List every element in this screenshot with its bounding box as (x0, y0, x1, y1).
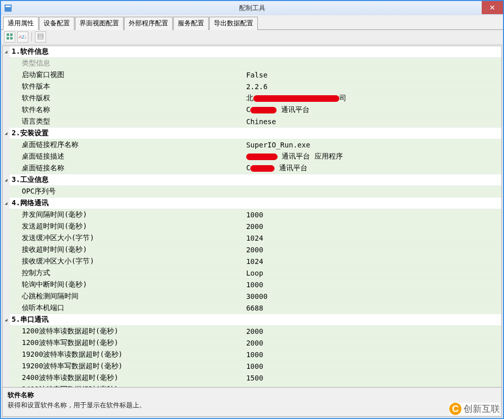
property-row[interactable]: 2400波特率写数据超时(毫秒)1500 (3, 384, 501, 388)
collapse-icon[interactable]: ◢ (3, 314, 10, 326)
collapse-icon[interactable]: ◢ (3, 128, 10, 139)
property-value[interactable]: 北司 (244, 93, 501, 104)
svg-rect-4 (7, 37, 9, 40)
property-value[interactable]: 2000 (244, 337, 501, 349)
property-key: 心跳检测间隔时间 (10, 291, 244, 302)
category-title: 2.安装设置 (10, 128, 501, 139)
property-value[interactable]: 1000 (244, 209, 501, 221)
property-row[interactable]: 发送缓冲区大小(字节)1024 (3, 233, 501, 244)
property-value[interactable]: SuperIO_Run.exe (244, 139, 501, 151)
property-row[interactable]: 桌面链接名称C 通讯平台 (3, 163, 501, 174)
svg-rect-6 (38, 34, 43, 39)
property-value[interactable]: 1000 (244, 349, 501, 361)
category-header[interactable]: ◢1.软件信息 (3, 46, 501, 58)
property-grid-container: ◢1.软件信息类型信息启动窗口视图False软件版本2.2.6软件版权北司软件名… (2, 46, 502, 417)
property-row[interactable]: 桌面链接描述 通讯平台 应用程序 (3, 151, 501, 163)
property-value[interactable]: 2.2.6 (244, 81, 501, 93)
tab-view[interactable]: 界面视图配置 (75, 17, 124, 30)
app-icon (4, 4, 12, 12)
property-value[interactable]: Loop (244, 268, 501, 279)
property-key: 并发间隔时间(毫秒) (10, 209, 244, 221)
property-row[interactable]: 1200波特率读数据超时(毫秒)2000 (3, 326, 501, 337)
tab-device[interactable]: 设备配置 (39, 17, 74, 30)
property-key: 控制方式 (10, 268, 244, 279)
property-key: 语言类型 (10, 116, 244, 128)
property-row[interactable]: OPC序列号 (3, 186, 501, 198)
property-grid: ◢1.软件信息类型信息启动窗口视图False软件版本2.2.6软件版权北司软件名… (3, 46, 501, 388)
titlebar[interactable]: 配制工具 ✕ (1, 1, 503, 15)
property-value[interactable]: False (244, 69, 501, 81)
property-grid-scroll[interactable]: ◢1.软件信息类型信息启动窗口视图False软件版本2.2.6软件版权北司软件名… (2, 46, 502, 388)
property-row[interactable]: 19200波特率写数据超时(毫秒)1000 (3, 361, 501, 372)
property-key: 软件名称 (10, 104, 244, 116)
property-row[interactable]: 1200波特率写数据超时(毫秒)2000 (3, 337, 501, 349)
property-row[interactable]: 2400波特率读数据超时(毫秒)1500 (3, 372, 501, 384)
property-key: 19200波特率读数据超时(毫秒) (10, 349, 244, 361)
property-row[interactable]: 软件名称C 通讯平台 (3, 104, 501, 116)
close-button[interactable]: ✕ (482, 1, 503, 14)
pages-button[interactable] (35, 31, 46, 43)
tab-general[interactable]: 通用属性 (3, 17, 38, 30)
property-key: 19200波特率写数据超时(毫秒) (10, 361, 244, 372)
property-row[interactable]: 软件版权北司 (3, 93, 501, 104)
property-value[interactable]: 2000 (244, 221, 501, 233)
property-row[interactable]: 轮询中断时间(毫秒)1000 (3, 279, 501, 291)
property-value[interactable]: 1024 (244, 233, 501, 244)
property-row[interactable]: 软件版本2.2.6 (3, 81, 501, 93)
property-key: 接收超时时间(毫秒) (10, 244, 244, 256)
tab-service[interactable]: 服务配置 (173, 17, 209, 30)
category-header[interactable]: ◢5.串口通讯 (3, 314, 501, 326)
property-value[interactable]: 通讯平台 应用程序 (244, 151, 501, 163)
property-value[interactable]: 30000 (244, 291, 501, 302)
property-value[interactable]: 1000 (244, 361, 501, 372)
tab-export[interactable]: 导出数据配置 (209, 17, 258, 30)
property-value[interactable]: 1500 (244, 372, 501, 384)
property-value[interactable]: C 通讯平台 (244, 163, 501, 174)
property-row[interactable]: 桌面链接程序名称SuperIO_Run.exe (3, 139, 501, 151)
property-row[interactable]: 侦听本机端口6688 (3, 302, 501, 314)
watermark-text: 创新互联 (463, 403, 500, 415)
collapse-icon[interactable]: ◢ (3, 46, 10, 58)
toolbar-separator (31, 32, 32, 42)
property-value[interactable]: Chinese (244, 116, 501, 128)
description-panel: 软件名称 获得和设置软件名称，用于显示在软件标题上。 (2, 388, 502, 417)
property-row[interactable]: 19200波特率读数据超时(毫秒)1000 (3, 349, 501, 361)
property-value[interactable]: 2000 (244, 244, 501, 256)
property-row[interactable]: 语言类型Chinese (3, 116, 501, 128)
redaction-mark (250, 165, 275, 172)
property-row[interactable]: 并发间隔时间(毫秒)1000 (3, 209, 501, 221)
property-key: 发送缓冲区大小(字节) (10, 233, 244, 244)
watermark: C 创新互联 (449, 403, 500, 415)
category-title: 4.网络通讯 (10, 198, 501, 209)
collapse-icon[interactable]: ◢ (3, 198, 10, 209)
property-row[interactable]: 类型信息 (3, 58, 501, 69)
property-value[interactable]: 1024 (244, 256, 501, 268)
property-row[interactable]: 心跳检测间隔时间30000 (3, 291, 501, 302)
redaction-mark (253, 95, 339, 102)
property-row[interactable]: 接收缓冲区大小(字节)1024 (3, 256, 501, 268)
app-window: 配制工具 ✕ 通用属性 设备配置 界面视图配置 外部程序配置 服务配置 导出数据… (0, 0, 504, 419)
property-value[interactable]: 6688 (244, 302, 501, 314)
property-value[interactable]: 1000 (244, 279, 501, 291)
category-header[interactable]: ◢2.安装设置 (3, 128, 501, 139)
property-value[interactable] (244, 186, 501, 198)
property-value[interactable]: 1500 (244, 384, 501, 388)
property-value[interactable]: C 通讯平台 (244, 104, 501, 116)
property-key: 接收缓冲区大小(字节) (10, 256, 244, 268)
category-header[interactable]: ◢3.工业信息 (3, 174, 501, 186)
collapse-icon[interactable]: ◢ (3, 174, 10, 186)
tab-external[interactable]: 外部程序配置 (124, 17, 173, 30)
categorize-icon (6, 33, 13, 41)
property-row[interactable]: 接收超时时间(毫秒)2000 (3, 244, 501, 256)
property-row[interactable]: 发送超时时间(毫秒)2000 (3, 221, 501, 233)
property-key: 轮询中断时间(毫秒) (10, 279, 244, 291)
categorize-button[interactable] (4, 31, 15, 43)
property-key: 桌面链接描述 (10, 151, 244, 163)
property-row[interactable]: 控制方式Loop (3, 268, 501, 279)
category-title: 5.串口通讯 (10, 314, 501, 326)
property-value[interactable]: 2000 (244, 326, 501, 337)
category-header[interactable]: ◢4.网络通讯 (3, 198, 501, 209)
property-value[interactable] (244, 58, 501, 69)
property-row[interactable]: 启动窗口视图False (3, 69, 501, 81)
sort-button[interactable]: AZ↓ (17, 31, 28, 43)
